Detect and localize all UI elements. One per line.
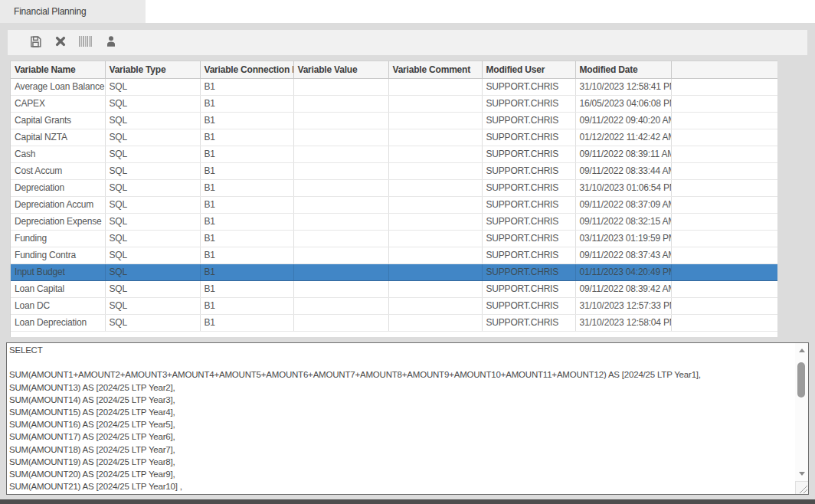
cell-date: 01/12/2022 11:42:42 AM xyxy=(575,129,671,146)
cell-comment xyxy=(388,162,482,179)
cell-user: SUPPORT.CHRIS xyxy=(482,162,575,179)
cell-date: 03/11/2023 01:19:59 PM xyxy=(575,230,671,247)
cell-type: SQL xyxy=(105,146,200,162)
cell-name: Cash xyxy=(11,146,105,162)
save-button[interactable] xyxy=(28,36,42,50)
column-header[interactable]: Modified User xyxy=(482,61,575,78)
cell-type: SQL xyxy=(105,112,200,129)
sql-editor-text: SELECT SUM(AMOUNT1+AMOUNT2+AMOUNT3+AMOUN… xyxy=(9,344,793,493)
table-row[interactable]: CashSQLB1SUPPORT.CHRIS09/11/2022 08:39:1… xyxy=(11,146,777,162)
table-row[interactable]: CAPEXSQLB1SUPPORT.CHRIS16/05/2023 04:06:… xyxy=(11,95,777,112)
cell-value xyxy=(293,314,388,331)
column-header[interactable]: Variable Value xyxy=(293,61,388,78)
column-header[interactable]: Modified Date xyxy=(575,61,671,78)
scrollbar-thumb[interactable] xyxy=(797,362,805,398)
cell-date: 16/05/2023 04:06:08 PM xyxy=(575,95,671,112)
cell-comment xyxy=(388,179,482,196)
cell-connection: B1 xyxy=(200,179,293,196)
table-row[interactable]: Depreciation ExpenseSQLB1SUPPORT.CHRIS09… xyxy=(11,213,777,230)
cell-date: 31/10/2023 12:58:04 PM xyxy=(575,314,671,331)
column-header[interactable]: Variable Connection Id xyxy=(200,61,293,78)
cell-name: CAPEX xyxy=(11,95,105,112)
cell-comment xyxy=(388,78,482,95)
cell-trailing xyxy=(671,247,777,263)
cell-user: SUPPORT.CHRIS xyxy=(482,95,575,112)
table-row[interactable]: Cost AccumSQLB1SUPPORT.CHRIS09/11/2022 0… xyxy=(11,162,777,179)
scroll-up-button[interactable] xyxy=(795,344,808,357)
delete-button[interactable] xyxy=(54,36,67,50)
cell-user: SUPPORT.CHRIS xyxy=(482,247,575,263)
cell-connection: B1 xyxy=(200,95,293,112)
table-row[interactable]: Average Loan BalanceSQLB1SUPPORT.CHRIS31… xyxy=(11,78,777,95)
cell-comment xyxy=(388,230,482,247)
cell-date: 09/11/2022 08:37:43 AM xyxy=(575,247,671,263)
cell-name: Loan Capital xyxy=(11,280,105,297)
barcode-button[interactable] xyxy=(79,36,93,50)
cell-name: Capital Grants xyxy=(11,112,105,129)
cell-user: SUPPORT.CHRIS xyxy=(482,280,575,297)
cell-value xyxy=(293,297,388,314)
cell-user: SUPPORT.CHRIS xyxy=(482,213,575,230)
cell-type: SQL xyxy=(105,280,200,297)
cell-date: 09/11/2022 08:33:44 AM xyxy=(575,162,671,179)
cell-connection: B1 xyxy=(200,280,293,297)
cell-type: SQL xyxy=(105,78,200,95)
table-row[interactable]: DepreciationSQLB1SUPPORT.CHRIS31/10/2023… xyxy=(11,179,777,196)
cell-date: 31/10/2023 01:06:54 PM xyxy=(575,179,671,196)
save-icon xyxy=(29,35,42,51)
cell-comment xyxy=(388,314,482,331)
cell-type: SQL xyxy=(105,314,200,331)
table-row[interactable]: Capital NZTASQLB1SUPPORT.CHRIS01/12/2022… xyxy=(11,129,777,146)
editor-scrollbar[interactable] xyxy=(795,343,808,481)
column-header[interactable]: Variable Type xyxy=(105,61,200,78)
cell-comment xyxy=(388,263,482,280)
cell-date: 09/11/2022 08:39:42 AM xyxy=(575,280,671,297)
tab-financial-planning[interactable]: Financial Planning xyxy=(0,0,146,23)
barcode-icon xyxy=(79,36,93,49)
table-row[interactable]: Capital GrantsSQLB1SUPPORT.CHRIS09/11/20… xyxy=(11,112,777,129)
table-row[interactable]: Loan DCSQLB1SUPPORT.CHRIS31/10/2023 12:5… xyxy=(11,297,777,314)
cell-trailing xyxy=(671,280,777,297)
table-row[interactable]: Input BudgetSQLB1SUPPORT.CHRIS01/11/2023… xyxy=(11,263,777,280)
table-row[interactable]: Loan DepreciationSQLB1SUPPORT.CHRIS31/10… xyxy=(11,314,777,331)
cell-date: 01/11/2023 04:20:49 PM xyxy=(575,263,671,280)
cell-user: SUPPORT.CHRIS xyxy=(482,297,575,314)
cell-value xyxy=(293,78,388,95)
table-body: Average Loan BalanceSQLB1SUPPORT.CHRIS31… xyxy=(11,78,777,331)
cell-value xyxy=(293,263,388,280)
cell-connection: B1 xyxy=(200,129,293,146)
cell-trailing xyxy=(671,196,777,213)
sql-editor[interactable]: SELECT SUM(AMOUNT1+AMOUNT2+AMOUNT3+AMOUN… xyxy=(6,342,809,495)
table-row[interactable]: FundingSQLB1SUPPORT.CHRIS03/11/2023 01:1… xyxy=(11,230,777,247)
table-row[interactable]: Loan CapitalSQLB1SUPPORT.CHRIS09/11/2022… xyxy=(11,280,777,297)
cell-value xyxy=(293,230,388,247)
cell-trailing xyxy=(671,230,777,247)
cell-date: 09/11/2022 08:39:11 AM xyxy=(575,146,671,162)
cell-trailing xyxy=(671,263,777,280)
column-header[interactable]: Variable Comment xyxy=(388,61,482,78)
tab-label: Financial Planning xyxy=(14,6,86,17)
cell-user: SUPPORT.CHRIS xyxy=(482,314,575,331)
table-row[interactable]: Depreciation AccumSQLB1SUPPORT.CHRIS09/1… xyxy=(11,196,777,213)
cell-connection: B1 xyxy=(200,162,293,179)
cell-name: Loan DC xyxy=(11,297,105,314)
arrow-up-icon xyxy=(799,349,805,352)
cell-value xyxy=(293,112,388,129)
cell-name: Depreciation Expense xyxy=(11,213,105,230)
column-header[interactable] xyxy=(671,61,777,78)
table-header-row: Variable NameVariable TypeVariable Conne… xyxy=(11,61,777,78)
cell-type: SQL xyxy=(105,247,200,263)
user-icon xyxy=(105,35,117,50)
user-button[interactable] xyxy=(104,36,118,50)
table-row[interactable]: Funding ContraSQLB1SUPPORT.CHRIS09/11/20… xyxy=(11,247,777,263)
cell-trailing xyxy=(671,314,777,331)
cell-date: 31/10/2023 12:58:41 PM xyxy=(575,78,671,95)
resize-grip[interactable] xyxy=(795,481,808,494)
cell-name: Loan Depreciation xyxy=(11,314,105,331)
column-header[interactable]: Variable Name xyxy=(11,61,105,78)
cell-user: SUPPORT.CHRIS xyxy=(482,263,575,280)
cell-trailing xyxy=(671,78,777,95)
cell-name: Average Loan Balance xyxy=(11,78,105,95)
cell-value xyxy=(293,146,388,162)
scroll-down-button[interactable] xyxy=(795,467,808,480)
